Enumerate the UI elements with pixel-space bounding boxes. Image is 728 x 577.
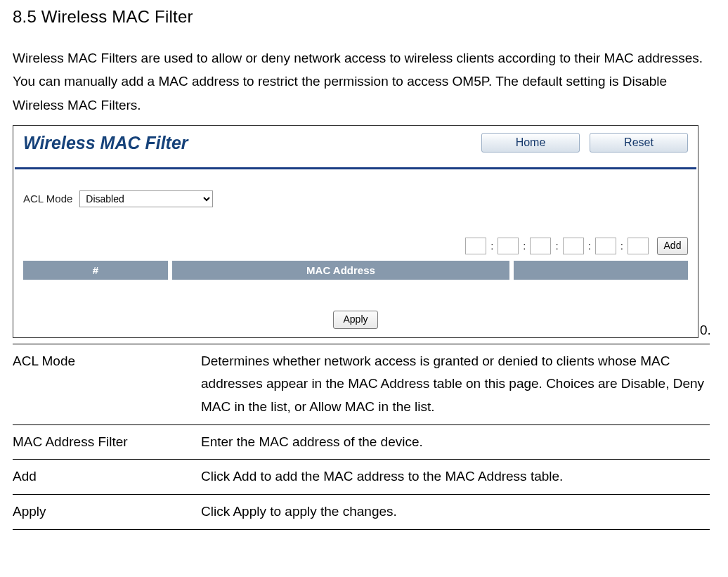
mac-colon: : [490, 240, 493, 252]
table-row: Add Click Add to add the MAC address to … [13, 460, 710, 495]
section-title: 8.5 Wireless MAC Filter [13, 7, 715, 27]
apply-button[interactable]: Apply [333, 311, 378, 329]
section-description: Wireless MAC Filters are used to allow o… [13, 46, 715, 117]
config-panel: Wireless MAC Filter Home Reset ACL Mode … [13, 125, 698, 338]
def-desc: Click Apply to apply the changes. [201, 495, 710, 530]
def-desc: Determines whether network access is gra… [201, 344, 710, 424]
trailing-text: 0. [700, 323, 711, 337]
mac-address-table-header: # MAC Address [23, 261, 688, 280]
mac-octet-3[interactable] [530, 238, 551, 254]
mac-input-row: : : : : : Add [13, 216, 698, 259]
table-row: ACL Mode Determines whether network acce… [13, 344, 710, 424]
def-term: ACL Mode [13, 344, 201, 424]
table-col-mac: MAC Address [172, 261, 509, 280]
table-row: MAC Address Filter Enter the MAC address… [13, 424, 710, 460]
panel-wrapper: Wireless MAC Filter Home Reset ACL Mode … [13, 125, 715, 338]
mac-octet-5[interactable] [595, 238, 616, 254]
section-number: 8.5 [13, 7, 37, 26]
add-button[interactable]: Add [657, 237, 688, 255]
mac-octet-6[interactable] [628, 238, 649, 254]
mac-colon: : [588, 240, 591, 252]
acl-mode-label: ACL Mode [23, 193, 72, 205]
def-desc: Click Add to add the MAC address to the … [201, 460, 710, 495]
panel-title: Wireless MAC Filter [23, 133, 472, 153]
apply-row: Apply [13, 280, 698, 337]
acl-mode-row: ACL Mode Disabled [13, 169, 698, 216]
mac-octet-1[interactable] [465, 238, 486, 254]
definitions-table: ACL Mode Determines whether network acce… [13, 344, 710, 530]
home-button[interactable]: Home [481, 133, 580, 153]
mac-colon: : [523, 240, 526, 252]
mac-colon: : [555, 240, 558, 252]
def-term: Apply [13, 495, 201, 530]
panel-header: Wireless MAC Filter Home Reset [13, 126, 698, 167]
mac-octet-2[interactable] [498, 238, 519, 254]
def-desc: Enter the MAC address of the device. [201, 424, 710, 460]
table-col-number: # [23, 261, 168, 280]
reset-button[interactable]: Reset [590, 133, 688, 153]
mac-octet-4[interactable] [563, 238, 584, 254]
table-row: Apply Click Apply to apply the changes. [13, 495, 710, 530]
section-heading: Wireless MAC Filter [41, 7, 193, 26]
def-term: Add [13, 460, 201, 495]
acl-mode-select[interactable]: Disabled [79, 190, 213, 207]
def-term: MAC Address Filter [13, 424, 201, 460]
mac-colon: : [620, 240, 623, 252]
table-col-action [514, 261, 688, 280]
